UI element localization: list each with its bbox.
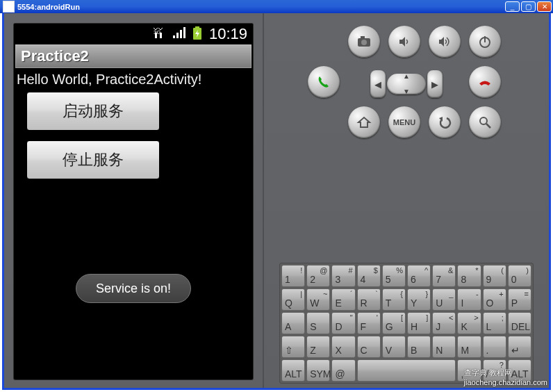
- minimize-button[interactable]: _: [505, 1, 520, 12]
- key-g[interactable]: G[: [382, 312, 406, 334]
- start-service-button[interactable]: 启动服务: [26, 92, 160, 131]
- svg-rect-7: [195, 26, 199, 28]
- stop-service-button[interactable]: 停止服务: [26, 140, 160, 179]
- key-del[interactable]: DEL: [508, 312, 531, 334]
- svg-rect-4: [176, 33, 179, 38]
- key-⇧[interactable]: ⇧: [281, 336, 305, 358]
- phone-screen: 3G 10:19 Practice2 Hello World, Practice…: [14, 24, 253, 379]
- key-x[interactable]: X: [331, 336, 355, 358]
- dpad: ◀ ▲ ▼ ▶: [348, 66, 465, 102]
- call-button[interactable]: [308, 66, 340, 98]
- svg-line-15: [486, 124, 490, 128]
- android-statusbar: 3G 10:19: [14, 24, 253, 44]
- svg-rect-6: [183, 27, 185, 38]
- search-button[interactable]: [469, 106, 501, 138]
- key-t[interactable]: T{: [382, 288, 406, 311]
- watermark: 查字典 教程网jiaocheng.chazidian.com: [464, 368, 547, 386]
- key-e[interactable]: E´: [331, 288, 355, 311]
- key-3[interactable]: 3#: [331, 265, 355, 287]
- close-button[interactable]: ✕: [537, 1, 552, 12]
- key-f[interactable]: F': [357, 312, 381, 334]
- volume-down-button[interactable]: [388, 26, 420, 58]
- volume-up-button[interactable]: [429, 26, 461, 58]
- key-u[interactable]: U_: [432, 288, 456, 311]
- key-sym[interactable]: SYM: [306, 359, 330, 382]
- key-r[interactable]: R`: [357, 288, 381, 311]
- key-z[interactable]: Z: [306, 336, 330, 358]
- 3g-icon: 3G: [154, 27, 166, 42]
- key-b[interactable]: B: [407, 336, 431, 358]
- key-8[interactable]: 8*: [457, 265, 481, 287]
- battery-icon: [192, 26, 202, 42]
- window-title: 5554:androidRun: [17, 3, 504, 11]
- key-6[interactable]: 6^: [407, 265, 431, 287]
- home-button[interactable]: [348, 106, 380, 138]
- dpad-up[interactable]: ▲: [403, 74, 410, 79]
- key-n[interactable]: N: [432, 336, 456, 358]
- key-i[interactable]: I-: [457, 288, 481, 311]
- key-j[interactable]: J<: [432, 312, 456, 334]
- key-d[interactable]: D": [331, 312, 355, 334]
- svg-point-10: [361, 40, 367, 45]
- key-m[interactable]: M: [457, 336, 481, 358]
- app-title-bar: Practice2: [15, 44, 251, 68]
- svg-rect-11: [361, 36, 365, 39]
- app-icon: [3, 1, 15, 13]
- key-o[interactable]: O+: [483, 288, 506, 311]
- key-@[interactable]: @: [331, 359, 355, 382]
- key-l[interactable]: L;: [483, 312, 506, 334]
- svg-rect-2: [160, 33, 162, 38]
- maximize-button[interactable]: ▢: [521, 1, 536, 12]
- key-space[interactable]: [357, 359, 456, 382]
- dpad-center[interactable]: ▲ ▼: [387, 74, 426, 95]
- statusbar-time: 10:19: [209, 25, 247, 43]
- key-alt[interactable]: ALT: [281, 359, 305, 382]
- camera-button[interactable]: [348, 26, 380, 58]
- end-call-button[interactable]: [469, 66, 501, 98]
- key-4[interactable]: 4$: [357, 265, 381, 287]
- dpad-right[interactable]: ▶: [427, 70, 443, 98]
- back-button[interactable]: [429, 106, 461, 138]
- dpad-down[interactable]: ▼: [403, 89, 410, 95]
- emulator-keyboard: 1!2@3#4$5%6^7&8*9(0) Q|W~E´R`T{Y}U_I-O+P…: [279, 263, 534, 384]
- key-s[interactable]: S: [306, 312, 330, 334]
- svg-rect-3: [173, 35, 175, 38]
- toast-message: Service is on!: [76, 274, 191, 303]
- key-.[interactable]: .: [483, 336, 506, 358]
- key-y[interactable]: Y}: [407, 288, 431, 311]
- key-a[interactable]: A: [281, 312, 305, 334]
- power-button[interactable]: [469, 26, 501, 58]
- svg-rect-1: [155, 33, 157, 38]
- key-p[interactable]: P=: [508, 288, 531, 311]
- key-k[interactable]: K>: [457, 312, 481, 334]
- svg-point-14: [480, 117, 487, 124]
- key-5[interactable]: 5%: [382, 265, 406, 287]
- key-↵[interactable]: ↵: [508, 336, 531, 358]
- key-2[interactable]: 2@: [306, 265, 330, 287]
- hello-text: Hello World, Practice2Activity!: [17, 72, 250, 88]
- key-0[interactable]: 0): [508, 265, 531, 287]
- key-v[interactable]: V: [382, 336, 406, 358]
- signal-icon: [173, 27, 185, 42]
- key-1[interactable]: 1!: [281, 265, 305, 287]
- key-c[interactable]: C: [357, 336, 381, 358]
- svg-rect-5: [180, 30, 182, 38]
- key-w[interactable]: W~: [306, 288, 330, 311]
- key-9[interactable]: 9(: [483, 265, 506, 287]
- key-7[interactable]: 7&: [432, 265, 456, 287]
- key-h[interactable]: H]: [407, 312, 431, 334]
- menu-button[interactable]: MENU: [388, 106, 420, 138]
- dpad-left[interactable]: ◀: [370, 70, 386, 98]
- key-q[interactable]: Q|: [281, 288, 305, 311]
